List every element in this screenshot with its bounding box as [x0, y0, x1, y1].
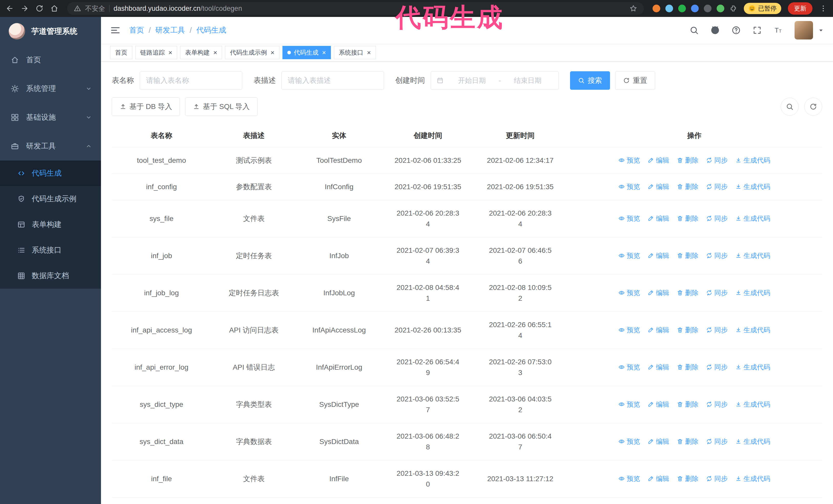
- action-sync[interactable]: 同步: [706, 156, 728, 165]
- action-delete[interactable]: 删除: [677, 288, 698, 297]
- address-bar[interactable]: 不安全 dashboard.yudao.iocoder.cn/tool/code…: [67, 2, 644, 15]
- sidebar-item[interactable]: 首页: [0, 46, 101, 74]
- refresh-button[interactable]: [804, 98, 822, 116]
- action-eye[interactable]: 预览: [618, 437, 640, 446]
- update-button[interactable]: 更新: [788, 2, 812, 15]
- tab-系统接口[interactable]: 系统接口×: [334, 46, 376, 59]
- tab-代码生成[interactable]: 代码生成×: [282, 46, 331, 59]
- sidebar-subitem[interactable]: 系统接口: [0, 237, 101, 263]
- action-eye[interactable]: 预览: [618, 326, 640, 335]
- action-delete[interactable]: 删除: [677, 182, 698, 191]
- bookmark-star-icon[interactable]: [629, 5, 637, 12]
- action-delete[interactable]: 删除: [677, 326, 698, 335]
- tab-close-icon[interactable]: ×: [367, 49, 371, 56]
- create-time-range-picker[interactable]: 开始日期 - 结束日期: [431, 71, 559, 90]
- paused-badge[interactable]: 已暂停: [744, 3, 781, 14]
- action-download[interactable]: 生成代码: [735, 326, 770, 335]
- action-edit[interactable]: 编辑: [648, 251, 669, 260]
- green-check-extension-icon[interactable]: [678, 5, 686, 12]
- action-delete[interactable]: 删除: [677, 363, 698, 372]
- sidebar-subitem[interactable]: 数据库文档: [0, 263, 101, 289]
- sidebar-subitem[interactable]: 代码生成示例: [0, 186, 101, 212]
- reset-button[interactable]: 重置: [615, 71, 655, 90]
- github-icon[interactable]: [711, 26, 720, 35]
- action-download[interactable]: 生成代码: [735, 288, 770, 297]
- reload-icon[interactable]: [35, 4, 44, 13]
- action-sync[interactable]: 同步: [706, 182, 728, 191]
- action-download[interactable]: 生成代码: [735, 363, 770, 372]
- tab-代码生成示例[interactable]: 代码生成示例×: [225, 46, 279, 59]
- action-download[interactable]: 生成代码: [735, 400, 770, 409]
- leaf-extension-icon[interactable]: [717, 5, 724, 12]
- browser-menu-icon[interactable]: [819, 4, 827, 13]
- action-sync[interactable]: 同步: [706, 214, 728, 223]
- action-sync[interactable]: 同步: [706, 363, 728, 372]
- tab-close-icon[interactable]: ×: [213, 49, 217, 56]
- forward-icon[interactable]: [21, 4, 29, 13]
- orange-extension-icon[interactable]: [652, 5, 660, 12]
- tab-表单构建[interactable]: 表单构建×: [180, 46, 222, 59]
- action-edit[interactable]: 编辑: [648, 326, 669, 335]
- action-delete[interactable]: 删除: [677, 156, 698, 165]
- action-eye[interactable]: 预览: [618, 400, 640, 409]
- sidebar-subitem[interactable]: 表单构建: [0, 212, 101, 237]
- action-edit[interactable]: 编辑: [648, 288, 669, 297]
- back-icon[interactable]: [6, 4, 14, 13]
- action-delete[interactable]: 删除: [677, 437, 698, 446]
- action-download[interactable]: 生成代码: [735, 474, 770, 483]
- action-sync[interactable]: 同步: [706, 288, 728, 297]
- table-desc-input[interactable]: [281, 71, 384, 90]
- tab-close-icon[interactable]: ×: [270, 49, 274, 56]
- toggle-search-button[interactable]: [781, 98, 799, 116]
- sidebar-item[interactable]: 系统管理: [0, 74, 101, 103]
- action-delete[interactable]: 删除: [677, 474, 698, 483]
- action-edit[interactable]: 编辑: [648, 182, 669, 191]
- action-edit[interactable]: 编辑: [648, 156, 669, 165]
- import-sql-button[interactable]: 基于 SQL 导入: [185, 97, 258, 116]
- action-download[interactable]: 生成代码: [735, 214, 770, 223]
- avatar-caret-icon[interactable]: [818, 27, 824, 33]
- action-eye[interactable]: 预览: [618, 214, 640, 223]
- action-sync[interactable]: 同步: [706, 251, 728, 260]
- tab-close-icon[interactable]: ×: [322, 49, 326, 56]
- action-edit[interactable]: 编辑: [648, 474, 669, 483]
- action-sync[interactable]: 同步: [706, 437, 728, 446]
- action-edit[interactable]: 编辑: [648, 214, 669, 223]
- logo[interactable]: 芋道管理系统: [0, 17, 101, 46]
- search-button[interactable]: 搜索: [570, 71, 610, 90]
- user-avatar[interactable]: [794, 21, 813, 40]
- action-edit[interactable]: 编辑: [648, 400, 669, 409]
- action-eye[interactable]: 预览: [618, 474, 640, 483]
- tab-close-icon[interactable]: ×: [168, 49, 172, 56]
- action-download[interactable]: 生成代码: [735, 156, 770, 165]
- action-download[interactable]: 生成代码: [735, 437, 770, 446]
- action-eye[interactable]: 预览: [618, 288, 640, 297]
- action-delete[interactable]: 删除: [677, 400, 698, 409]
- hamburger-icon[interactable]: [110, 25, 120, 35]
- action-delete[interactable]: 删除: [677, 214, 698, 223]
- sidebar-item[interactable]: 研发工具: [0, 132, 101, 161]
- header-search-icon[interactable]: [689, 26, 699, 35]
- tab-首页[interactable]: 首页: [110, 46, 132, 59]
- action-download[interactable]: 生成代码: [735, 182, 770, 191]
- table-name-input[interactable]: [140, 71, 242, 90]
- people-extension-icon[interactable]: [691, 5, 699, 12]
- blue-drop-extension-icon[interactable]: [665, 5, 673, 12]
- tab-链路追踪[interactable]: 链路追踪×: [135, 46, 177, 59]
- puzzle-extension-icon[interactable]: [730, 5, 737, 12]
- action-eye[interactable]: 预览: [618, 251, 640, 260]
- font-size-icon[interactable]: TT: [774, 26, 783, 35]
- sidebar-item[interactable]: 基础设施: [0, 103, 101, 132]
- breadcrumb-item[interactable]: 研发工具: [155, 25, 185, 35]
- action-edit[interactable]: 编辑: [648, 363, 669, 372]
- action-sync[interactable]: 同步: [706, 400, 728, 409]
- breadcrumb-item[interactable]: 首页: [129, 25, 144, 35]
- help-icon[interactable]: [732, 26, 741, 35]
- browser-home-icon[interactable]: [50, 4, 58, 13]
- action-eye[interactable]: 预览: [618, 156, 640, 165]
- action-edit[interactable]: 编辑: [648, 437, 669, 446]
- import-db-button[interactable]: 基于 DB 导入: [112, 97, 180, 116]
- fullscreen-icon[interactable]: [753, 26, 762, 35]
- sidebar-subitem[interactable]: 代码生成: [0, 161, 101, 186]
- dark-extension-icon[interactable]: [704, 5, 712, 12]
